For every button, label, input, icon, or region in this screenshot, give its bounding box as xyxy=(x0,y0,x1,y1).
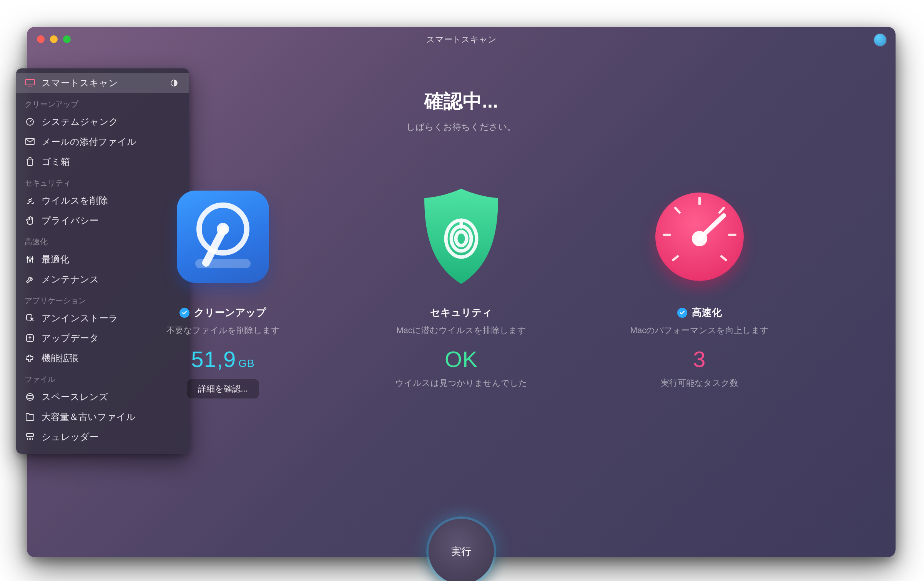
svg-line-25 xyxy=(673,256,678,260)
speed-sub: 実行可能なタスク数 xyxy=(661,377,738,389)
speed-title: 高速化 xyxy=(692,306,722,319)
speed-title-row: 高速化 xyxy=(677,306,722,319)
cleanup-value-unit: GB xyxy=(238,357,254,369)
security-title: セキュリティ xyxy=(430,306,492,319)
security-desc: Macに潜むウイルスを排除します xyxy=(396,325,526,336)
shield-icon xyxy=(411,187,511,287)
speed-card: 高速化 Macのパフォーマンスを向上します 3 実行可能なタスク数 xyxy=(619,187,780,399)
window-title: スマートスキャン xyxy=(426,34,497,45)
cleanup-desc: 不要なファイルを削除します xyxy=(166,325,280,336)
check-icon xyxy=(677,308,687,318)
result-cards: クリーンアップ 不要なファイルを削除します 51,9GB 詳細を確認... xyxy=(27,187,896,399)
security-title-row: セキュリティ xyxy=(430,306,492,319)
security-value: OK xyxy=(445,346,478,372)
disk-icon xyxy=(173,187,273,287)
details-button[interactable]: 詳細を確認... xyxy=(187,379,259,399)
account-avatar[interactable] xyxy=(874,34,886,46)
speed-value: 3 xyxy=(693,346,706,372)
cleanup-title-row: クリーンアップ xyxy=(179,306,266,319)
titlebar: スマートスキャン xyxy=(27,27,896,52)
security-card: セキュリティ Macに潜むウイルスを排除します OK ウイルスは見つかりませんで… xyxy=(381,187,542,399)
status-subtitle: しばらくお待ちください。 xyxy=(27,121,896,133)
cleanup-card: クリーンアップ 不要なファイルを削除します 51,9GB 詳細を確認... xyxy=(142,187,304,399)
check-icon xyxy=(179,308,189,318)
app-window: スマートスキャン スマートスキャン クリーンアップ システムジャンク メールの添… xyxy=(27,27,896,557)
run-button[interactable]: 実行 xyxy=(429,519,494,581)
speed-desc: Macのパフォーマンスを向上します xyxy=(630,325,769,336)
main-content: 確認中... しばらくお待ちください。 xyxy=(27,73,896,557)
speedometer-icon xyxy=(650,187,750,287)
status-title: 確認中... xyxy=(27,88,896,114)
svg-rect-19 xyxy=(195,259,251,268)
svg-line-21 xyxy=(675,208,680,212)
cleanup-value-number: 51,9 xyxy=(191,347,236,372)
svg-line-28 xyxy=(700,216,724,239)
run-button-label: 実行 xyxy=(451,545,471,558)
cleanup-value: 51,9GB xyxy=(191,346,254,372)
svg-line-26 xyxy=(721,256,726,260)
cleanup-title: クリーンアップ xyxy=(194,306,266,319)
security-sub: ウイルスは見つかりませんでした xyxy=(395,377,527,389)
svg-line-22 xyxy=(720,208,724,212)
